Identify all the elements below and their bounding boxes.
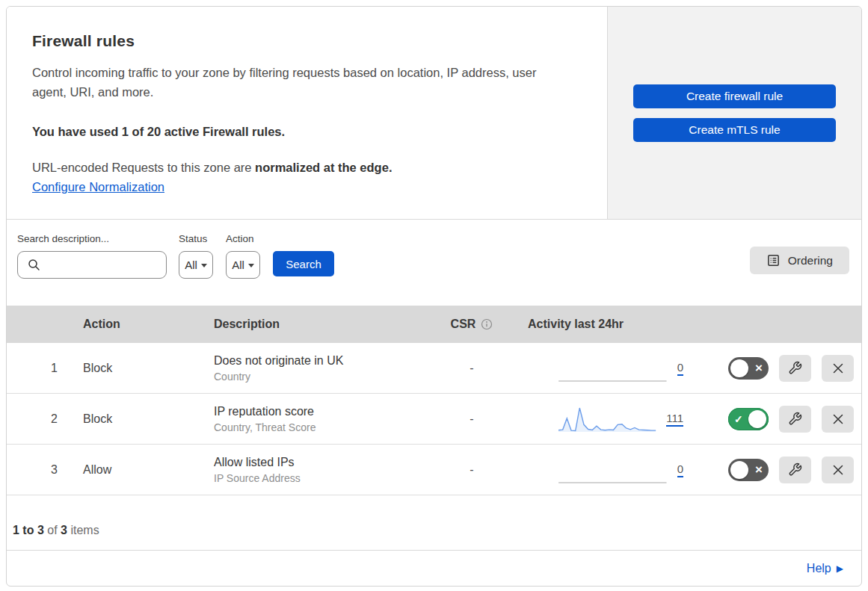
rule-description-title: IP reputation score xyxy=(214,405,438,418)
description-column-header: Description xyxy=(199,318,438,331)
check-icon: ✓ xyxy=(734,413,743,424)
rule-priority: 2 xyxy=(7,412,68,426)
items-range: 1 to 3 xyxy=(13,524,44,536)
action-filter-label: Action xyxy=(226,233,260,244)
overview-section: Firewall rules Control incoming traffic … xyxy=(7,7,861,220)
activity-sparkline xyxy=(558,353,668,383)
items-label: items xyxy=(70,524,99,536)
toggle-knob xyxy=(730,461,748,479)
activity-count-link[interactable]: 0 xyxy=(677,361,683,376)
search-input[interactable] xyxy=(17,251,167,279)
search-icon xyxy=(28,259,40,271)
activity-count-link[interactable]: 111 xyxy=(666,412,683,427)
help-link[interactable]: Help ▶ xyxy=(807,562,843,575)
normalization-bold: normalized at the edge. xyxy=(255,161,392,174)
rule-csr-value: - xyxy=(438,362,505,375)
rule-enabled-toggle[interactable]: ✓ × xyxy=(728,459,769,481)
rule-action: Block xyxy=(68,362,199,375)
edit-rule-button[interactable] xyxy=(779,457,811,483)
close-icon xyxy=(832,362,844,374)
action-filter-dropdown[interactable]: All xyxy=(226,251,260,279)
edit-rule-button[interactable] xyxy=(779,355,811,382)
x-icon: × xyxy=(755,463,763,476)
rule-enabled-toggle[interactable]: ✓ × xyxy=(728,408,769,430)
rule-activity-cell: 111 xyxy=(505,404,685,434)
rule-criteria: IP Source Address xyxy=(214,472,438,484)
csr-column-label: CSR xyxy=(451,318,476,331)
ordering-button[interactable]: Ordering xyxy=(750,247,849,274)
close-icon xyxy=(832,464,844,476)
rule-description: IP reputation score Country, Threat Scor… xyxy=(199,405,438,433)
rule-activity-cell: 0 xyxy=(505,353,685,383)
table-row: 3 Allow Allow listed IPs IP Source Addre… xyxy=(7,445,861,495)
overview-text-panel: Firewall rules Control incoming traffic … xyxy=(7,7,608,219)
status-filter-value: All xyxy=(185,259,197,271)
delete-rule-button[interactable] xyxy=(822,355,854,382)
rule-action: Block xyxy=(68,412,199,426)
activity-column-header: Activity last 24hr xyxy=(505,318,685,331)
rule-controls: ✓ × xyxy=(685,406,861,433)
create-mtls-rule-button[interactable]: Create mTLS rule xyxy=(633,118,836,142)
info-icon[interactable] xyxy=(481,318,493,330)
rule-description-title: Does not originate in UK xyxy=(214,354,438,368)
create-firewall-rule-button[interactable]: Create firewall rule xyxy=(633,84,836,108)
status-filter-dropdown[interactable]: All xyxy=(179,251,213,279)
rule-enabled-toggle[interactable]: ✓ × xyxy=(728,357,769,380)
rule-description-title: Allow listed IPs xyxy=(214,456,438,469)
page-description: Control incoming traffic to your zone by… xyxy=(32,63,570,102)
rule-action: Allow xyxy=(68,463,199,477)
wrench-icon xyxy=(788,361,802,375)
items-of-text: of xyxy=(47,524,57,536)
close-icon xyxy=(832,413,844,425)
activity-count-link[interactable]: 0 xyxy=(677,462,683,477)
delete-rule-button[interactable] xyxy=(822,406,854,433)
firewall-rules-card: Firewall rules Control incoming traffic … xyxy=(6,6,862,587)
actions-panel: Create firewall rule Create mTLS rule xyxy=(608,7,861,219)
rule-criteria: Country xyxy=(214,371,438,383)
csr-column-header: CSR xyxy=(438,318,505,331)
search-button[interactable]: Search xyxy=(273,251,334,276)
search-label: Search description... xyxy=(17,233,167,244)
arrow-right-icon: ▶ xyxy=(837,564,843,573)
rule-description: Allow listed IPs IP Source Address xyxy=(199,456,438,484)
ordering-button-label: Ordering xyxy=(788,254,833,267)
pagination-summary: 1 to 3 of 3 items xyxy=(7,495,861,551)
x-icon: × xyxy=(755,362,763,374)
activity-sparkline xyxy=(558,404,656,434)
configure-normalization-link[interactable]: Configure Normalization xyxy=(32,180,164,194)
rule-priority: 1 xyxy=(7,362,68,375)
edit-rule-button[interactable] xyxy=(779,406,811,433)
rule-controls: ✓ × xyxy=(685,355,861,382)
filter-bar: Search description... Status All Action … xyxy=(7,220,861,306)
delete-rule-button[interactable] xyxy=(822,457,854,483)
action-column-header: Action xyxy=(68,318,199,331)
rule-priority: 3 xyxy=(7,463,68,477)
toggle-knob xyxy=(730,359,748,377)
action-filter-value: All xyxy=(232,259,244,271)
wrench-icon xyxy=(788,462,802,477)
status-filter-label: Status xyxy=(179,233,213,244)
normalization-note: URL-encoded Requests to this zone are no… xyxy=(32,161,577,175)
usage-summary: You have used 1 of 20 active Firewall ru… xyxy=(32,125,577,139)
rule-description: Does not originate in UK Country xyxy=(199,354,438,383)
table-header: Action Description CSR Activity last 24h… xyxy=(7,306,861,343)
chevron-down-icon xyxy=(248,264,254,267)
items-total: 3 xyxy=(61,524,67,536)
rule-csr-value: - xyxy=(438,463,505,477)
help-bar: Help ▶ xyxy=(7,551,861,586)
page-title: Firewall rules xyxy=(32,32,577,50)
rule-activity-cell: 0 xyxy=(505,455,685,485)
ordering-list-icon xyxy=(766,253,781,267)
table-row: 1 Block Does not originate in UK Country… xyxy=(7,343,861,394)
activity-sparkline xyxy=(558,455,668,485)
rule-csr-value: - xyxy=(438,412,505,426)
table-row: 2 Block IP reputation score Country, Thr… xyxy=(7,394,861,445)
help-link-label: Help xyxy=(807,562,831,575)
rule-controls: ✓ × xyxy=(685,457,861,483)
chevron-down-icon xyxy=(201,264,207,267)
normalization-prefix: URL-encoded Requests to this zone are xyxy=(32,161,255,174)
rule-criteria: Country, Threat Score xyxy=(214,421,438,433)
wrench-icon xyxy=(788,412,802,426)
